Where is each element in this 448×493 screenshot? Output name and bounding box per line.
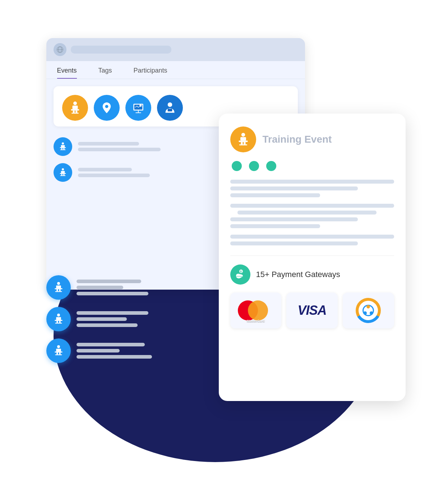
svg-rect-21 bbox=[63, 148, 64, 149]
svg-text:$: $ bbox=[240, 270, 241, 273]
svg-rect-44 bbox=[56, 353, 58, 354]
payment-title-row: $ 15+ Payment Gateways bbox=[230, 264, 394, 285]
svg-rect-52 bbox=[239, 144, 247, 146]
standalone-icon bbox=[46, 275, 71, 300]
svg-rect-39 bbox=[59, 321, 60, 323]
app-logo bbox=[356, 298, 381, 323]
status-dots bbox=[230, 161, 394, 171]
app-payment-item bbox=[343, 292, 394, 328]
event-icon-speaking[interactable] bbox=[62, 95, 88, 121]
svg-rect-6 bbox=[73, 111, 74, 113]
svg-rect-30 bbox=[56, 285, 61, 288]
svg-rect-31 bbox=[55, 288, 62, 289]
svg-point-58 bbox=[370, 311, 373, 315]
svg-point-57 bbox=[364, 311, 367, 315]
svg-rect-32 bbox=[56, 289, 58, 291]
svg-point-29 bbox=[57, 282, 60, 285]
training-event-card: Training Event bbox=[219, 114, 406, 401]
svg-point-56 bbox=[366, 305, 370, 309]
standalone-item-text bbox=[77, 343, 152, 359]
svg-rect-7 bbox=[75, 111, 77, 113]
svg-point-15 bbox=[167, 102, 172, 107]
svg-rect-28 bbox=[60, 175, 65, 176]
svg-rect-20 bbox=[61, 148, 62, 149]
svg-rect-4 bbox=[72, 106, 78, 109]
event-title-row: Training Event bbox=[230, 126, 394, 152]
svg-point-47 bbox=[241, 133, 245, 137]
svg-rect-16 bbox=[167, 109, 172, 112]
standalone-item-text bbox=[77, 280, 148, 295]
payment-icon: $ bbox=[230, 264, 250, 285]
svg-rect-8 bbox=[71, 113, 79, 114]
svg-rect-51 bbox=[244, 142, 245, 144]
svg-rect-37 bbox=[55, 320, 62, 321]
svg-rect-43 bbox=[55, 351, 62, 353]
svg-rect-19 bbox=[60, 147, 66, 148]
list-item-icon bbox=[54, 163, 72, 182]
standalone-item-1 bbox=[46, 275, 152, 300]
globe-icon bbox=[54, 43, 66, 56]
svg-rect-26 bbox=[61, 174, 62, 175]
svg-point-17 bbox=[61, 142, 64, 144]
standalone-item-text bbox=[77, 311, 148, 327]
svg-rect-27 bbox=[63, 174, 64, 175]
svg-rect-33 bbox=[59, 289, 60, 291]
svg-rect-22 bbox=[60, 149, 65, 150]
mc-circle-right bbox=[248, 300, 268, 321]
svg-rect-38 bbox=[56, 321, 58, 323]
content-block-2 bbox=[230, 204, 394, 228]
svg-rect-25 bbox=[60, 173, 66, 174]
visa-item: VISA bbox=[286, 292, 338, 328]
payment-section: $ 15+ Payment Gateways MasterCard bbox=[230, 255, 394, 328]
status-dot-3 bbox=[266, 161, 276, 171]
standalone-item-2 bbox=[46, 307, 152, 331]
status-dot-2 bbox=[249, 161, 259, 171]
mastercard-text: MasterCard bbox=[247, 319, 265, 323]
list-item-icon bbox=[54, 137, 72, 156]
svg-point-35 bbox=[57, 314, 60, 317]
mastercard-item: MasterCard bbox=[230, 292, 282, 328]
svg-rect-49 bbox=[239, 140, 248, 142]
svg-rect-42 bbox=[56, 349, 61, 351]
svg-rect-24 bbox=[61, 171, 65, 173]
standalone-icon bbox=[46, 307, 71, 331]
app-header bbox=[46, 38, 305, 61]
svg-rect-5 bbox=[71, 109, 79, 111]
content-block-1 bbox=[230, 180, 394, 197]
visa-logo: VISA bbox=[297, 303, 326, 318]
standalone-icon bbox=[46, 338, 71, 363]
svg-rect-34 bbox=[55, 291, 62, 292]
svg-rect-18 bbox=[61, 145, 65, 147]
tab-tags[interactable]: Tags bbox=[98, 67, 112, 79]
event-icon-user[interactable] bbox=[157, 95, 183, 121]
nav-tabs: Events Tags Participants bbox=[46, 61, 305, 79]
content-block-3 bbox=[230, 235, 394, 245]
svg-rect-40 bbox=[55, 323, 62, 323]
tab-participants[interactable]: Participants bbox=[134, 67, 167, 79]
svg-point-14 bbox=[139, 105, 142, 107]
event-title: Training Event bbox=[263, 134, 332, 145]
svg-rect-50 bbox=[241, 142, 243, 144]
event-type-icon bbox=[230, 126, 256, 152]
event-icon-location[interactable] bbox=[94, 95, 120, 121]
url-bar bbox=[71, 46, 171, 54]
tab-events[interactable]: Events bbox=[57, 67, 77, 79]
svg-rect-36 bbox=[56, 317, 61, 320]
main-scene: Events Tags Participants bbox=[36, 31, 413, 462]
payment-methods: MasterCard VISA bbox=[230, 292, 394, 328]
svg-point-9 bbox=[105, 105, 108, 108]
event-icon-presentation[interactable] bbox=[125, 95, 151, 121]
svg-rect-45 bbox=[59, 353, 60, 354]
standalone-item-3 bbox=[46, 338, 152, 363]
standalone-events-list bbox=[46, 275, 152, 363]
svg-point-23 bbox=[61, 168, 64, 170]
svg-point-41 bbox=[57, 345, 60, 348]
svg-point-3 bbox=[73, 102, 77, 105]
payment-label: 15+ Payment Gateways bbox=[256, 270, 340, 279]
svg-rect-48 bbox=[240, 137, 246, 140]
svg-rect-46 bbox=[55, 354, 62, 355]
status-dot-1 bbox=[232, 161, 242, 171]
mastercard-logo: MasterCard bbox=[238, 299, 274, 322]
